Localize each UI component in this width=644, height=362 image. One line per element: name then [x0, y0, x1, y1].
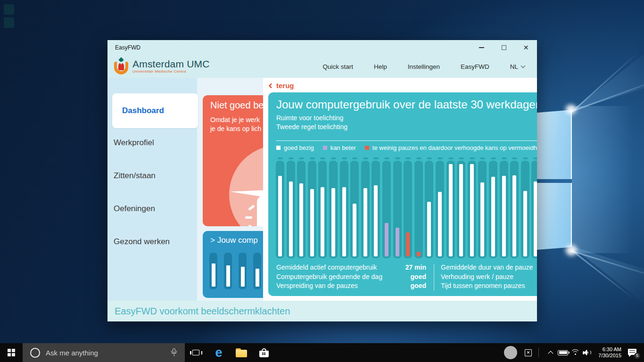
search-input[interactable]	[46, 349, 149, 357]
bar-cap	[533, 157, 537, 159]
wallpaper-beam	[572, 106, 644, 253]
task-view-button[interactable]	[185, 343, 207, 362]
legend-swatch	[323, 146, 327, 150]
detail-panel-area: terug Jouw computergebruik over de laats…	[263, 78, 537, 301]
day-bar	[512, 175, 516, 256]
attention-ray-icon	[245, 216, 252, 219]
preview-card-title: > Jouw comp	[210, 236, 258, 245]
sidebar-item-oefeningen[interactable]: Oefeningen	[114, 203, 155, 214]
desktop-icon[interactable]	[4, 17, 14, 28]
wifi-icon	[570, 349, 580, 356]
bar-cap	[438, 157, 443, 159]
amsterdam-umc-tulip-icon	[114, 58, 128, 75]
microphone-icon[interactable]	[171, 348, 177, 357]
file-explorer-button[interactable]	[230, 343, 253, 362]
window-title: EasyFWD	[115, 44, 140, 51]
day-bar	[310, 189, 314, 256]
chevron-up-icon	[548, 351, 553, 356]
brand-subtitle: Universitair Medische Centra	[132, 69, 210, 74]
nav-item[interactable]: Help	[374, 63, 387, 70]
sidebar-item-werkprofiel[interactable]: Werkprofiel	[114, 137, 154, 148]
wallpaper-glow	[566, 245, 577, 255]
panel-subtitle-2: Tweede regel toelichting	[276, 123, 347, 131]
close-button[interactable]: ✕	[515, 40, 537, 55]
back-link[interactable]: terug	[269, 82, 294, 90]
bar-cap	[512, 157, 517, 159]
user-avatar[interactable]	[504, 346, 517, 359]
maximize-icon	[502, 45, 506, 50]
minimize-button[interactable]	[471, 40, 493, 55]
action-center-button[interactable]: 5	[628, 349, 637, 357]
bar-cap	[491, 157, 496, 159]
legend-item: te weinig pauzes en daardoor verhoogde k…	[365, 144, 537, 151]
gauge-card-title: Niet goed be	[210, 100, 264, 111]
start-button[interactable]	[0, 343, 23, 362]
battery-icon	[558, 350, 568, 355]
bar-cap	[523, 157, 528, 159]
taskbar: e ✕ 6:30 AM 7/30/2015 5	[0, 343, 644, 362]
day-bar	[534, 181, 537, 256]
taskbar-search[interactable]	[23, 343, 185, 362]
language-label: NL	[510, 63, 518, 70]
legend-swatch	[276, 146, 281, 150]
notification-badge: 5	[634, 353, 640, 359]
clock-date: 7/30/2015	[598, 353, 621, 359]
close-icon: ✕	[523, 44, 529, 51]
gauge-card-text: je de kans op lich	[210, 125, 261, 132]
summary-row: Verhouding werk / pauze	[441, 272, 537, 282]
bar-cap	[405, 157, 411, 159]
brand-logo: Amsterdam UMC Universitair Medische Cent…	[114, 58, 210, 75]
sidebar-item-label: Dashboard	[122, 106, 164, 115]
preview-mini-chart	[209, 253, 264, 291]
store-button[interactable]	[253, 343, 275, 362]
easyfwd-window: EasyFWD ✕ Amsterdam UMC Universitair Med…	[107, 40, 537, 321]
panel-divider	[276, 140, 537, 141]
panel-title: Jouw computergebruik over de laatste 30 …	[276, 98, 537, 111]
brand-name: Amsterdam UMC	[132, 59, 210, 69]
computer-use-preview-card[interactable]: > Jouw comp	[203, 231, 264, 298]
status-gauge-card[interactable]: Niet goed be Omdat je je werk je de kans…	[203, 95, 264, 226]
legend-item: kan beter	[323, 144, 356, 151]
show-hidden-icons-button[interactable]	[545, 343, 557, 362]
taskbar-clock[interactable]: 6:30 AM 7/30/2015	[598, 346, 621, 359]
language-selector[interactable]: NL	[510, 63, 525, 70]
sidebar-item-dashboard[interactable]: Dashboard	[112, 93, 198, 128]
bar-cap	[480, 157, 485, 159]
store-bag-icon	[259, 348, 269, 357]
panel-subtitle-1: Ruimte voor toelichting	[276, 114, 343, 122]
day-bar	[278, 176, 282, 256]
mini-bar	[212, 263, 215, 287]
maximize-button[interactable]	[493, 40, 515, 55]
nav-item[interactable]: Instellingen	[408, 63, 440, 70]
desktop: EasyFWD ✕ Amsterdam UMC Universitair Med…	[0, 0, 644, 362]
network-indicator[interactable]	[569, 343, 581, 362]
chevron-left-icon	[268, 83, 273, 88]
system-tray: ✕ 6:30 AM 7/30/2015 5	[504, 343, 644, 362]
edge-button[interactable]: e	[207, 343, 230, 362]
sidebar-item-gezond-werken[interactable]: Gezond werken	[114, 236, 170, 247]
bar-cap	[310, 157, 315, 159]
day-bar	[491, 177, 495, 256]
day-bar	[406, 232, 410, 256]
bar-cap	[373, 157, 379, 159]
minimize-icon	[479, 47, 484, 48]
titlebar[interactable]: EasyFWD ✕	[107, 40, 537, 55]
back-link-label: terug	[276, 82, 294, 90]
day-bar	[396, 228, 399, 256]
day-bar	[331, 188, 335, 256]
sidebar-item-zitten-staan[interactable]: Zitten/staan	[114, 170, 156, 181]
day-bar	[449, 164, 453, 256]
nav-item[interactable]: Quick start	[322, 63, 353, 70]
volume-indicator[interactable]	[581, 343, 594, 362]
placeholder-box-icon[interactable]: ✕	[525, 349, 532, 356]
nav-menu: Quick startHelpInstellingenEasyFWD NL	[322, 63, 537, 70]
day-bar	[374, 185, 378, 256]
day-bar	[427, 202, 431, 256]
day-bar	[480, 182, 484, 256]
bar-cap	[320, 157, 325, 159]
battery-indicator[interactable]	[557, 343, 569, 362]
day-bar	[385, 223, 388, 256]
gauge-card-button[interactable]	[257, 196, 264, 226]
nav-item[interactable]: EasyFWD	[461, 63, 489, 70]
desktop-icon[interactable]	[4, 4, 14, 15]
